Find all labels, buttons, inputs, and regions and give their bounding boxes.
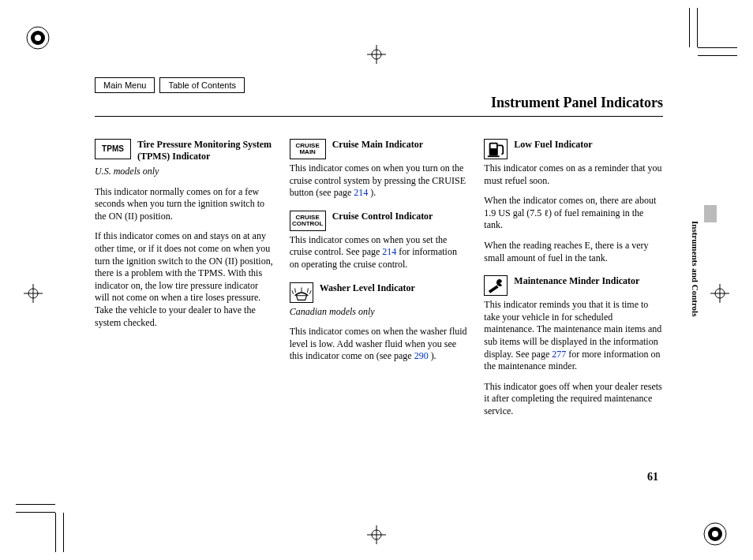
- registration-mark-icon: [701, 520, 729, 548]
- cross-mark-icon: [367, 525, 386, 544]
- side-section-label: Instruments and Controls: [691, 221, 700, 316]
- crop-mark-icon: [689, 8, 690, 47]
- svg-point-6: [35, 35, 41, 41]
- cruise-main-title: Cruise Main Indicator: [332, 139, 423, 151]
- svg-rect-1: [491, 144, 496, 149]
- registration-mark-icon: [24, 24, 52, 52]
- crop-mark-icon: [16, 504, 55, 505]
- cruise-control-para: This indicator comes on when you set the…: [290, 234, 469, 271]
- low-fuel-title: Low Fuel Indicator: [514, 139, 592, 151]
- maint-title: Maintenance Minder Indicator: [514, 275, 639, 287]
- page-body: Instrument Panel Indicators TPMS Tire Pr…: [95, 95, 663, 426]
- cross-mark-icon: [367, 45, 386, 64]
- crop-mark-icon: [697, 8, 698, 47]
- page-ref-277[interactable]: 277: [552, 349, 566, 360]
- maint-para-2: This indicator goes off when your dealer…: [484, 381, 663, 418]
- svg-point-9: [712, 531, 718, 537]
- crop-mark-icon: [698, 55, 737, 56]
- crop-mark-icon: [63, 513, 64, 552]
- washer-icon: [290, 282, 313, 303]
- toc-button[interactable]: Table of Contents: [159, 77, 245, 93]
- main-menu-button[interactable]: Main Menu: [95, 77, 155, 93]
- svg-rect-3: [489, 286, 499, 293]
- tpms-title: Tire Pressure Monitoring System (TPMS) I…: [137, 139, 274, 162]
- crop-mark-icon: [698, 47, 737, 48]
- column-3: Low Fuel Indicator This indicator comes …: [484, 139, 663, 426]
- side-tab: [704, 205, 717, 222]
- column-2: CRUISE MAIN Cruise Main Indicator This i…: [290, 139, 469, 426]
- low-fuel-para-1: This indicator comes on as a reminder th…: [484, 162, 663, 187]
- maint-para-1: This indicator reminds you that it is ti…: [484, 299, 663, 373]
- cruise-control-icon: CRUISE CONTROL: [290, 211, 326, 231]
- cross-mark-icon: [24, 284, 43, 303]
- crop-mark-icon: [55, 513, 56, 552]
- washer-title: Washer Level Indicator: [320, 282, 415, 294]
- wrench-icon: [484, 275, 508, 296]
- cruise-control-title: Cruise Control Indicator: [332, 211, 433, 222]
- fuel-pump-icon: [484, 139, 508, 159]
- column-1: TPMS Tire Pressure Monitoring System (TP…: [95, 139, 274, 426]
- tpms-para-2: If this indicator comes on and stays on …: [95, 230, 274, 329]
- page-number: 61: [647, 471, 658, 483]
- cross-mark-icon: [710, 284, 729, 303]
- page-ref-214a[interactable]: 214: [354, 187, 368, 198]
- washer-para: This indicator comes on when the washer …: [290, 326, 469, 363]
- crop-mark-icon: [16, 512, 55, 513]
- svg-rect-2: [488, 155, 500, 157]
- low-fuel-para-3: When the reading reaches E, there is a v…: [484, 240, 663, 264]
- washer-note: Canadian models only: [290, 306, 469, 319]
- low-fuel-para-2: When the indicator comes on, there are a…: [484, 195, 663, 232]
- tpms-icon: TPMS: [95, 139, 131, 159]
- cruise-main-icon: CRUISE MAIN: [290, 139, 326, 159]
- cruise-main-para: This indicator comes on when you turn on…: [290, 162, 469, 200]
- page-ref-290[interactable]: 290: [414, 350, 429, 361]
- page-title: Instrument Panel Indicators: [95, 95, 663, 117]
- tpms-note: U.S. models only: [95, 166, 274, 178]
- tpms-para-1: This indicator normally comes on for a f…: [95, 186, 274, 223]
- page-ref-214b[interactable]: 214: [382, 246, 396, 257]
